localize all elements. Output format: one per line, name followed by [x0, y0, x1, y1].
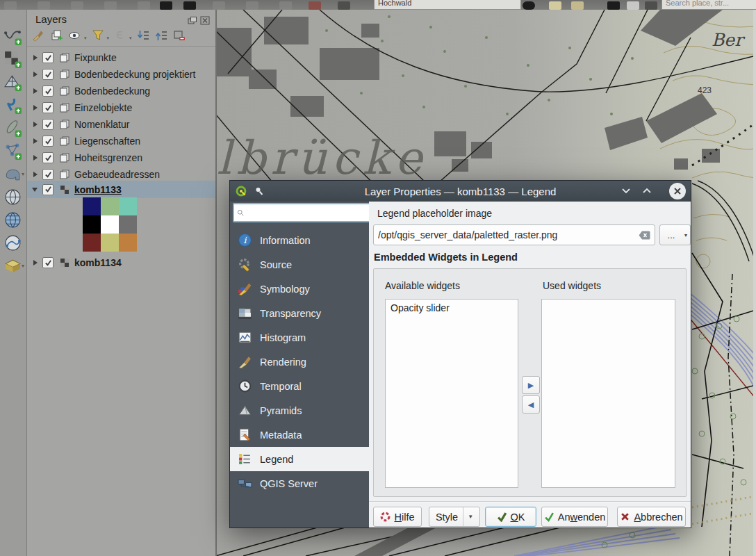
- tab-symbology[interactable]: Symbology: [230, 277, 369, 301]
- add-geopackage-layer-icon[interactable]: [3, 119, 22, 138]
- layer-checkbox[interactable]: [42, 184, 54, 195]
- add-delimited-text-layer-icon[interactable]: [3, 96, 22, 115]
- chevron-down-icon[interactable]: ▾: [84, 35, 87, 41]
- available-widgets-list[interactable]: Opacity slider: [385, 299, 518, 488]
- add-wms-layer-icon[interactable]: [3, 211, 22, 229]
- expand-icon[interactable]: [33, 88, 38, 94]
- layer-checkbox[interactable]: [42, 102, 54, 113]
- collapse-all-icon[interactable]: [155, 29, 168, 42]
- layer-checkbox[interactable]: [42, 85, 54, 97]
- close-icon[interactable]: [669, 183, 686, 199]
- add-wfs-layer-icon[interactable]: [3, 234, 22, 252]
- layer-row[interactable]: komb1134: [27, 254, 215, 271]
- toolbar-icon[interactable]: [571, 1, 584, 10]
- layer-row[interactable]: Fixpunkte: [27, 49, 215, 66]
- style-button[interactable]: Style ▼: [429, 507, 480, 527]
- tab-transparency[interactable]: Transparency: [230, 301, 369, 325]
- filter-by-expression-icon[interactable]: [114, 29, 127, 42]
- toolbar-icon[interactable]: [138, 1, 150, 10]
- layer-checkbox[interactable]: [42, 69, 54, 80]
- help-button[interactable]: Hilfe: [373, 507, 422, 527]
- chevron-down-icon[interactable]: ▾: [22, 172, 26, 177]
- toolbar-icon[interactable]: [38, 1, 50, 10]
- close-panel-icon[interactable]: [200, 15, 210, 24]
- tab-legend[interactable]: Legend: [230, 447, 369, 471]
- layer-row[interactable]: Hoheitsgrenzen: [27, 149, 215, 166]
- expand-icon[interactable]: [33, 122, 38, 127]
- toolbar-icon[interactable]: [309, 1, 321, 10]
- browse-dropdown-icon[interactable]: ▼: [682, 224, 691, 245]
- toolbar-icon[interactable]: [104, 1, 117, 10]
- toolbar-icon[interactable]: [183, 1, 196, 10]
- layer-row-selected[interactable]: komb1133: [27, 181, 215, 198]
- locator-combobox[interactable]: Hochwald: [374, 0, 521, 10]
- add-widget-button[interactable]: ▶: [522, 376, 540, 394]
- float-panel-icon[interactable]: [188, 15, 197, 24]
- note-icon[interactable]: [627, 1, 639, 10]
- add-postgis-layer-icon[interactable]: [3, 165, 22, 183]
- remove-layer-icon[interactable]: [173, 29, 186, 42]
- expand-icon[interactable]: [33, 260, 38, 265]
- tab-metadata[interactable]: Metadata: [230, 423, 369, 447]
- toolbar-icon[interactable]: [523, 1, 535, 10]
- expand-icon[interactable]: [33, 55, 38, 60]
- tab-information[interactable]: i Information: [230, 228, 369, 252]
- layer-row[interactable]: Bodenbedeckung: [27, 83, 215, 99]
- apply-button[interactable]: Anwenden: [541, 507, 608, 527]
- add-web-layer-icon[interactable]: [3, 256, 22, 275]
- list-item[interactable]: Opacity slider: [386, 300, 518, 316]
- cancel-button[interactable]: Abbrechen: [617, 507, 686, 527]
- placeholder-image-path-input[interactable]: [374, 229, 639, 240]
- clear-text-icon[interactable]: [639, 231, 650, 240]
- print-icon[interactable]: [645, 1, 657, 10]
- toolbar-icon[interactable]: [4, 1, 17, 10]
- tab-temporal[interactable]: Temporal: [230, 374, 369, 398]
- manage-map-themes-icon[interactable]: [69, 29, 82, 42]
- add-mesh-layer-icon[interactable]: [3, 73, 22, 92]
- tab-qgis-server[interactable]: QGIS Server: [230, 471, 369, 496]
- properties-search-box[interactable]: [233, 203, 370, 222]
- add-virtual-layer-icon[interactable]: [3, 142, 22, 161]
- layer-checkbox[interactable]: [42, 257, 54, 268]
- layer-checkbox[interactable]: [42, 119, 54, 130]
- ok-button[interactable]: OK: [485, 507, 536, 527]
- layer-row[interactable]: Einzelobjekte: [27, 99, 215, 116]
- shade-chevron-down-icon[interactable]: [621, 187, 631, 195]
- toolbar-icon[interactable]: [246, 1, 258, 10]
- collapse-icon[interactable]: [32, 188, 38, 192]
- add-vector-layer-icon[interactable]: [3, 27, 22, 46]
- toolbar-icon[interactable]: [279, 1, 292, 10]
- add-group-icon[interactable]: [51, 29, 64, 42]
- tab-histogram[interactable]: Histogram: [230, 325, 369, 350]
- layer-checkbox[interactable]: [42, 136, 54, 147]
- add-raster-layer-icon[interactable]: [3, 50, 22, 69]
- toolbar-icon[interactable]: [213, 1, 225, 10]
- expand-icon[interactable]: [33, 105, 38, 111]
- user-icon[interactable]: [607, 1, 620, 10]
- expand-icon[interactable]: [33, 138, 38, 144]
- browse-button[interactable]: ...: [659, 224, 683, 245]
- chevron-down-icon[interactable]: ▾: [22, 263, 26, 268]
- tab-rendering[interactable]: Rendering: [230, 350, 369, 374]
- toolbar-icon[interactable]: [160, 1, 172, 10]
- add-oracle-layer-icon[interactable]: [3, 188, 22, 206]
- expand-all-icon[interactable]: [137, 29, 150, 42]
- toolbar-icon[interactable]: [338, 1, 350, 10]
- open-layer-styling-icon[interactable]: [33, 29, 46, 42]
- chevron-down-icon[interactable]: ▾: [107, 35, 110, 41]
- filter-legend-icon[interactable]: [92, 29, 105, 42]
- layer-checkbox[interactable]: [42, 169, 54, 180]
- chevron-down-icon[interactable]: ▾: [129, 35, 132, 41]
- toolbar-icon[interactable]: [71, 1, 83, 10]
- layers-stack-icon[interactable]: [549, 1, 561, 10]
- layer-row[interactable]: Liegenschaften: [27, 133, 215, 149]
- layer-checkbox[interactable]: [42, 152, 54, 163]
- shade-chevron-up-icon[interactable]: [642, 187, 652, 195]
- dialog-titlebar[interactable]: Layer Properties — komb1133 — Legend: [230, 181, 691, 202]
- placeholder-image-path-field[interactable]: [373, 224, 655, 245]
- layer-row[interactable]: Bodenbedeckung projektiert: [27, 66, 215, 83]
- remove-widget-button[interactable]: ◀: [522, 395, 540, 414]
- tab-source[interactable]: Source: [230, 252, 369, 277]
- layer-row[interactable]: Nomenklatur: [27, 116, 215, 133]
- layer-checkbox[interactable]: [42, 52, 54, 63]
